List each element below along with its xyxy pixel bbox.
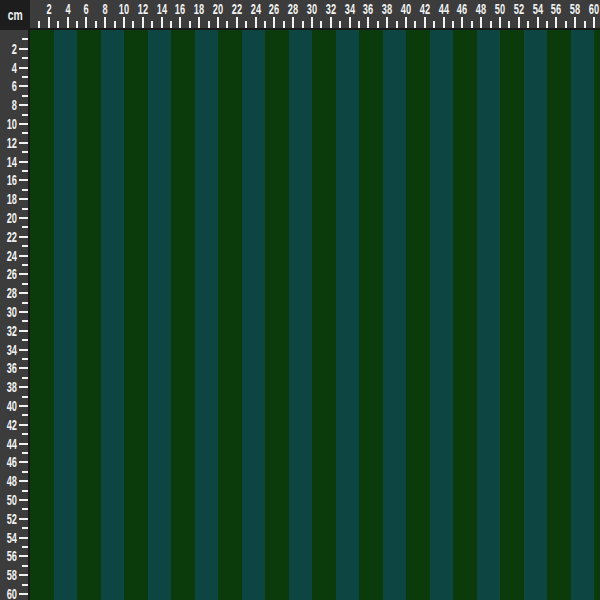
ruler-number: 38 — [379, 1, 396, 17]
stripe-dark-green — [594, 30, 600, 600]
ruler-number: 10 — [115, 1, 132, 17]
ruler-tick — [311, 17, 313, 28]
ruler-number: 56 — [548, 1, 565, 17]
pattern-canvas — [30, 30, 600, 600]
ruler-tick — [22, 208, 28, 210]
ruler-number: 56 — [6, 548, 17, 564]
ruler-tick — [367, 17, 369, 28]
ruler-number: 38 — [6, 379, 17, 395]
ruler-tick — [22, 584, 28, 586]
ruler-tick — [19, 123, 28, 125]
ruler-tick — [555, 17, 557, 28]
ruler-number: 22 — [228, 1, 245, 17]
ruler-tick — [593, 17, 595, 28]
ruler-tick — [22, 414, 28, 416]
ruler-tick — [179, 17, 181, 28]
stripe-dark-green — [124, 30, 148, 600]
stripe-dark-green — [77, 30, 101, 600]
ruler-tick — [76, 21, 78, 28]
ruler-tick — [546, 21, 548, 28]
ruler-number: 40 — [397, 1, 414, 17]
ruler-tick — [19, 198, 28, 200]
ruler-number: 22 — [6, 229, 17, 245]
ruler-number: 30 — [303, 1, 320, 17]
ruler-tick — [22, 283, 28, 285]
ruler-number: 36 — [6, 360, 17, 376]
ruler-number: 32 — [6, 323, 17, 339]
stripe-dark-green — [453, 30, 477, 600]
ruler-number: 52 — [6, 511, 17, 527]
ruler-tick — [217, 17, 219, 28]
vertical-ruler: 2468101214161820222426283032343638404244… — [0, 30, 30, 600]
ruler-tick — [19, 104, 28, 106]
ruler-tick — [480, 17, 482, 28]
ruler-tick — [226, 21, 228, 28]
ruler-tick — [518, 17, 520, 28]
ruler-tick — [19, 67, 28, 69]
ruler-tick — [405, 17, 407, 28]
ruler-tick — [22, 76, 28, 78]
ruler-number: 4 — [6, 60, 17, 76]
ruler-number: 34 — [6, 342, 17, 358]
ruler-tick — [283, 21, 285, 28]
ruler-tick — [22, 264, 28, 266]
ruler-tick — [208, 21, 210, 28]
ruler-tick — [22, 226, 28, 228]
ruler-tick — [170, 21, 172, 28]
ruler-tick — [292, 17, 294, 28]
ruler-tick — [22, 471, 28, 473]
stripe-dark-green — [359, 30, 383, 600]
pattern-preview-screen: cm 2468101214161820222426283032343638404… — [0, 0, 600, 600]
ruler-tick — [433, 21, 435, 28]
ruler-tick — [273, 17, 275, 28]
ruler-tick — [22, 358, 28, 360]
ruler-tick — [19, 311, 28, 313]
ruler-tick — [19, 537, 28, 539]
ruler-tick — [22, 95, 28, 97]
ruler-tick — [320, 21, 322, 28]
ruler-tick — [22, 565, 28, 567]
ruler-unit-box: cm — [0, 0, 30, 30]
ruler-tick — [19, 518, 28, 520]
ruler-tick — [574, 17, 576, 28]
ruler-tick — [189, 21, 191, 28]
ruler-number: 48 — [473, 1, 490, 17]
horizontal-ruler: 2468101214161820222426283032343638404244… — [30, 0, 600, 30]
ruler-tick — [565, 21, 567, 28]
ruler-number: 14 — [153, 1, 170, 17]
ruler-tick — [22, 490, 28, 492]
ruler-number: 26 — [266, 1, 283, 17]
ruler-tick — [19, 292, 28, 294]
ruler-number: 58 — [567, 1, 584, 17]
stripe-dark-teal — [477, 30, 501, 600]
ruler-tick — [19, 555, 28, 557]
ruler-tick — [22, 57, 28, 59]
ruler-tick — [508, 21, 510, 28]
stripe-dark-teal — [54, 30, 78, 600]
ruler-tick — [151, 21, 153, 28]
ruler-tick — [19, 48, 28, 50]
ruler-tick — [123, 17, 125, 28]
ruler-tick — [443, 17, 445, 28]
ruler-unit-label: cm — [8, 7, 23, 23]
stripe-dark-teal — [148, 30, 172, 600]
ruler-tick — [396, 21, 398, 28]
ruler-tick — [236, 17, 238, 28]
ruler-number: 6 — [78, 1, 95, 17]
ruler-tick — [584, 21, 586, 28]
stripe-dark-green — [171, 30, 195, 600]
ruler-number: 4 — [59, 1, 76, 17]
ruler-tick — [161, 17, 163, 28]
ruler-tick — [198, 17, 200, 28]
stripe-dark-teal — [383, 30, 407, 600]
ruler-tick — [22, 38, 28, 40]
ruler-tick — [461, 17, 463, 28]
ruler-tick — [19, 593, 28, 595]
ruler-tick — [22, 245, 28, 247]
ruler-tick — [19, 349, 28, 351]
stripe-dark-green — [218, 30, 242, 600]
ruler-number: 58 — [6, 567, 17, 583]
ruler-number: 20 — [6, 210, 17, 226]
ruler-number: 46 — [6, 454, 17, 470]
stripe-dark-green — [406, 30, 430, 600]
